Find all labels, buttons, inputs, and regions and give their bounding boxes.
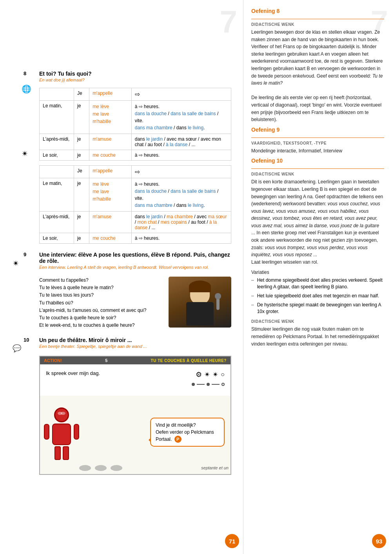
divider-8 [251,19,384,19]
astronaut-body [52,424,71,445]
interview-questions: Comment tu t'appelles? Tu te lèves à que… [39,277,163,329]
oefening10-body: Dit is een korte dramaoefening. Leerling… [251,178,384,266]
astronaut-arm-right [74,424,79,440]
bubble-tail [147,438,151,442]
bullet-dash-2: – [251,293,254,299]
astronaut-arm-left [44,424,49,440]
bullet-text-1: Het domme spiegelbeeld doet alles precie… [257,277,384,290]
variaties-header: Variaties [251,270,384,275]
section-9: 9 ✴ Une interview: élève A pose les ques… [24,252,231,329]
question-2: Tu te lèves à quelle heure le matin? [39,284,163,291]
page-number-text: septante et un [201,465,229,470]
table-row: Le soir, je me couche à ⇨ heures. [40,233,231,244]
oefening10-didactische-label: DIDACTISCHE WENK [251,172,384,176]
speech-text: Vind je dit moeilijk? Oefen verder op Pe… [156,422,219,443]
left-column: 7 8 Et toi? Tu fais quoi? En wat doe jij… [0,0,243,554]
oefening8-section: Oefening 8 DIDACTISCHE WENK Leerlingen b… [251,8,384,123]
cat-bowl-1 [79,465,91,471]
bullet-text-3: De hysterische spiegel maakt de beweging… [257,302,384,315]
cat-bowl-2 [95,465,107,471]
page: 7 8 Et toi? Tu fais quoi? En wat doe jij… [0,0,392,554]
bullet-3: – De hysterische spiegel maakt de bewegi… [251,302,384,315]
question-1: Comment tu t'appelles? [39,277,163,284]
section10-chat-icon: 💬 [13,344,21,353]
interview-photo [169,277,231,328]
bullet-2: – Het luie spiegelbeeld doet alles met t… [251,293,384,299]
circle-icon-1: ○ [221,371,225,378]
pelckmans-logo: P [174,436,181,443]
section8-globe-icon: 🌐 [22,84,31,94]
section8-table1: Je m'appelle ⇨ Le matin, je me lèveme la… [39,88,231,161]
section10-subtitle: Een beetje theater. Spiegeltje, spiegelt… [39,344,231,349]
section8-title: Et toi? Tu fais quoi? [39,71,231,77]
oefening9-section: Oefening 9 VAARDIGHEID, TEKSTSOORT, -TYP… [251,127,384,155]
oefening9-body: Mondelinge interactie, Informatief, Inte… [251,147,384,155]
cats-area [79,465,122,471]
bullet-dash-3: – [251,302,254,315]
oefening10-header: Oefening 10 [251,158,384,164]
astronaut-head [54,407,69,422]
action-title: TU TE COUCHES À QUELLE HEURE? [151,358,227,363]
right-page-badge: 93 [372,534,386,548]
question-4: Tu t'habilles où? [39,299,163,307]
astronaut-legs [44,446,79,460]
bullet-text-2: Het luie spiegelbeeld doet alles met teg… [257,293,379,299]
section10-number: 10 [24,337,29,343]
question-3: Tu te laves tous les jours? [39,291,163,299]
section-10: 10 💬 Un peu de théâtre. Miroir ô miroir … [24,337,231,475]
bullet-1: – Het domme spiegelbeeld doet alles prec… [251,277,384,290]
table-row: Le matin, je me lèveme lavem'habille à ⇨… [40,101,231,134]
star-icon-2: ✴ [212,370,218,379]
theater-content-top: Ik spreek over mijn dag. ⚙ ✴ ✴ ○ [40,364,230,396]
right-column: 7 Oefening 8 DIDACTISCHE WENK Leerlingen… [243,0,392,554]
oefening10-body2: Stimuleer leerlingen die nog vaak fouten… [251,326,384,348]
right-page-badge-container: 93 [372,534,386,548]
section9-subtitle: Een interview. Leerling A stelt de vrage… [39,265,231,270]
action-label: ACTION! [44,358,62,363]
table-row: Je m'appelle ⇨ [40,166,231,178]
oefening10-section: Oefening 10 DIDACTISCHE WENK Dit is een … [251,158,384,348]
table-row: Le soir, je me couche à ⇨ heures. [40,150,231,161]
left-page-footer: 71 [225,534,239,548]
theater-main-text: Ik spreek over mijn dag. [46,370,100,376]
bullet-dash-1: – [251,277,254,290]
divider-9 [251,138,384,138]
table-row: Le matin, je me lèveme lavem'habille à ⇨… [40,178,231,212]
table-row: L'après-midi, je m'amuse dans le jardin … [40,134,231,150]
theater-box: ACTION! 5 TU TE COUCHES À QUELLE HEURE? … [39,356,231,475]
action-bar: ACTION! 5 TU TE COUCHES À QUELLE HEURE? [40,357,230,364]
section8-star-icon: ✴ [22,149,28,158]
cat-bowl-3 [111,465,122,471]
oefening8-header: Oefening 8 [251,8,384,14]
astronaut-figure [44,407,79,470]
oefening9-type-label: VAARDIGHEID, TEKSTSOORT, -TYPE [251,141,384,145]
oefening8-body: Leerlingen bewegen door de klas en stell… [251,29,384,123]
section10-title: Un peu de théâtre. Miroir ô miroir ... [39,337,231,343]
section-8: 8 Et toi? Tu fais quoi? En wat doe jij a… [24,71,231,244]
table-row: Je m'appelle ⇨ [40,88,231,101]
section9-content: Comment tu t'appelles? Tu te lèves à que… [39,277,231,329]
divider-10 [251,168,384,169]
oefening10-didactische2-label: DIDACTISCHE WENK [251,319,384,324]
oefening8-didactische-label: DIDACTISCHE WENK [251,22,384,27]
question-5: L'après-midi, tu t'amuses où, comment et… [39,307,163,314]
section9-title: Une interview: élève A pose les question… [39,252,231,264]
star-icon-1: ✴ [204,370,210,379]
question-7: Et le week-end, tu te couches à quelle h… [39,322,163,329]
section9-number: 9 [24,252,26,257]
watermark: 7 [220,4,238,40]
section9-star-icon: ✴ [13,259,19,268]
oefening9-header: Oefening 9 [251,127,384,133]
speech-bubble: Vind je dit moeilijk? Oefen verder op Pe… [150,418,225,447]
theater-icons-row: ⚙ ✴ ✴ ○ [196,370,225,379]
page-number-badge: 71 [225,534,239,548]
table-row: L'après-midi, je m'amuse dans le jardin … [40,212,231,233]
connector-dots [192,383,225,386]
section8-number: 8 [24,71,26,76]
action-number: 5 [105,358,107,363]
gear-icon-1: ⚙ [196,370,202,379]
question-6: Tu te couches à quelle heure le soir? [39,314,163,322]
section8-table2: Je m'appelle ⇨ Le matin, je me lèveme la… [39,165,231,244]
theater-bottom: Vind je dit moeilijk? Oefen verder op Pe… [40,396,230,474]
section8-subtitle: En wat doe jij allemaal? [39,78,231,82]
